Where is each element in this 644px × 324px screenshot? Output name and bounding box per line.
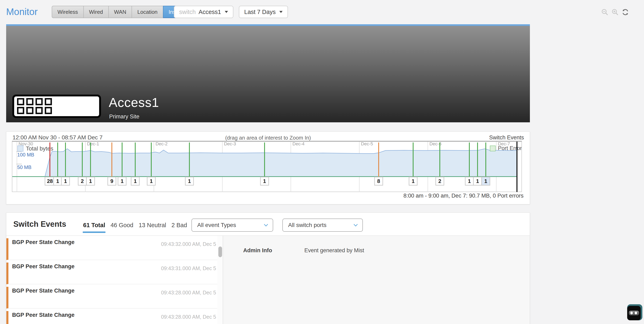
chevron-down-icon (264, 224, 268, 227)
event-count-label: 1 (64, 178, 67, 184)
y-tick-label: 50 MB (17, 165, 32, 170)
switch-port-dropdown-value: All switch ports (288, 222, 326, 228)
page-title: Monitor (6, 6, 38, 17)
filter-label: 46 Good (110, 222, 134, 229)
event-count-label: 1 (56, 178, 59, 184)
event-count-label: 1 (89, 178, 92, 184)
switch-events-card: Switch Events 61 Total46 Good13 Neutral2… (6, 213, 530, 324)
event-timestamp: 09:43:32.000 AM, Dec 5 (161, 241, 216, 247)
insights-timeline-chart[interactable]: Nov-30Dec-1Dec-2Dec-3Dec-4Dec-5Dec-6Dec-… (12, 141, 522, 192)
filter-good[interactable]: 46 Good (110, 222, 134, 233)
active-filter-underline (83, 232, 106, 233)
refresh-icon[interactable] (622, 8, 629, 16)
switch-selector[interactable]: switch Access1 (174, 6, 233, 18)
event-list-item[interactable]: BGP Peer State Change09:43:31.000 AM, De… (6, 263, 217, 284)
y-tick-label: 100 MB (17, 152, 34, 157)
port-errors-legend-label: Port Errors (498, 145, 522, 151)
robot-face-icon (627, 306, 641, 320)
event-timestamp: 09:43:28.000 AM, Dec 5 (161, 290, 216, 296)
switch-port-graphic (45, 107, 52, 114)
event-count-label: 1 (150, 178, 153, 184)
top-bar: Monitor WirelessWiredWANLocationInsights… (0, 0, 644, 24)
time-range-selector[interactable]: Last 7 Days (239, 6, 288, 18)
filter-label: 2 Bad (171, 222, 188, 229)
switch-port-graphic (36, 107, 43, 114)
event-count-label: 1 (468, 178, 471, 184)
filter-bad[interactable]: 2 Bad (171, 222, 188, 233)
port-errors-legend-swatch (490, 146, 496, 151)
filter-total[interactable]: 61 Total (83, 222, 106, 233)
event-count-label: 1 (263, 178, 266, 184)
chevron-down-icon (354, 224, 358, 227)
tab-location[interactable]: Location (132, 6, 163, 18)
chevron-down-icon (225, 11, 228, 13)
event-count-label: 1 (134, 178, 137, 184)
detail-value: Event generated by Mist (304, 247, 364, 254)
switch-ports-graphic (17, 98, 52, 114)
switch-port-graphic (36, 98, 43, 105)
event-detail-panel: Admin InfoEvent generated by Mist (223, 236, 530, 324)
scrollbar-thumb[interactable] (218, 246, 222, 257)
device-name: Access1 (109, 95, 159, 110)
event-list: BGP Peer State Change09:43:32.000 AM, De… (6, 236, 217, 324)
time-range-value: Last 7 Days (244, 9, 276, 16)
filter-label: 61 Total (83, 222, 106, 229)
event-list-item[interactable]: BGP Peer State Change09:43:28.000 AM, De… (6, 311, 217, 324)
tab-wireless[interactable]: Wireless (52, 6, 84, 18)
day-label: Dec-1 (87, 142, 99, 146)
active-filter-underline (138, 232, 167, 233)
switch-events-title: Switch Events (13, 220, 66, 229)
event-title: BGP Peer State Change (12, 263, 92, 270)
day-label: Dec-4 (292, 142, 304, 146)
zoom-in-icon[interactable] (611, 8, 619, 16)
event-type-dropdown[interactable]: All event Types (192, 219, 273, 232)
event-timestamp: 09:43:31.000 AM, Dec 5 (161, 265, 216, 271)
switch-selector-value: Access1 (199, 9, 221, 16)
event-timestamp: 09:43:28.000 AM, Dec 5 (161, 314, 216, 320)
event-count-label: 1 (476, 178, 479, 184)
detail-label: Admin Info (243, 247, 304, 254)
event-list-scrollbar[interactable] (217, 236, 223, 324)
active-filter-underline (110, 232, 134, 233)
chart-selection-summary: 8:00 am - 9:00 am, Dec 7: 90.7 MB, 0 Por… (404, 193, 524, 199)
filter-neutral[interactable]: 13 Neutral (138, 222, 167, 233)
robot-eye-icon (635, 312, 637, 314)
device-site: Primary Site (109, 113, 139, 120)
filter-label: 13 Neutral (138, 222, 167, 229)
toolbar-icons (601, 8, 629, 16)
insights-timeline-card: 12:00 AM Nov 30 - 08:57 AM Dec 7 (drag a… (6, 131, 530, 204)
event-list-item[interactable]: BGP Peer State Change09:43:28.000 AM, De… (6, 287, 217, 308)
switch-port-graphic (45, 98, 52, 105)
day-label: Dec-5 (361, 142, 373, 146)
active-filter-underline (171, 232, 188, 233)
chevron-down-icon (279, 11, 282, 13)
tab-wired[interactable]: Wired (83, 6, 109, 18)
chart-panel-label: Switch Events (489, 134, 524, 141)
day-label: Dec-2 (156, 142, 168, 146)
chart-drag-hint: (drag an area of interest to Zoom In) (225, 135, 311, 141)
switch-port-dropdown[interactable]: All switch ports (282, 219, 363, 232)
event-count-label: 2 (438, 178, 441, 184)
event-count-label: 2 (81, 178, 84, 184)
event-title: BGP Peer State Change (12, 311, 92, 319)
switch-port-graphic (26, 107, 34, 114)
switch-port-graphic (17, 98, 24, 105)
total-bytes-legend-swatch (18, 146, 23, 151)
marvis-assistant-icon[interactable] (627, 304, 642, 320)
robot-visor-icon (629, 311, 639, 315)
event-count-label: 1 (484, 178, 487, 184)
zoom-out-icon[interactable] (601, 8, 609, 16)
chart-time-range-label: 12:00 AM Nov 30 - 08:57 AM Dec 7 (12, 134, 102, 141)
event-severity-filters: 61 Total46 Good13 Neutral2 Bad (83, 222, 192, 233)
total-bytes-legend-label: Total bytes (26, 145, 53, 152)
switch-port-graphic (26, 98, 34, 105)
tab-wan[interactable]: WAN (108, 6, 132, 18)
event-list-item[interactable]: BGP Peer State Change09:43:32.000 AM, De… (6, 238, 217, 260)
event-count-label: 28 (47, 178, 53, 184)
monitor-tab-group: WirelessWiredWANLocationInsights (52, 6, 193, 18)
switch-events-body: BGP Peer State Change09:43:32.000 AM, De… (6, 235, 530, 324)
event-count-label: 1 (121, 178, 124, 184)
switch-illustration (12, 95, 101, 118)
switch-selector-prefix: switch (179, 9, 196, 16)
robot-eye-icon (630, 312, 633, 314)
